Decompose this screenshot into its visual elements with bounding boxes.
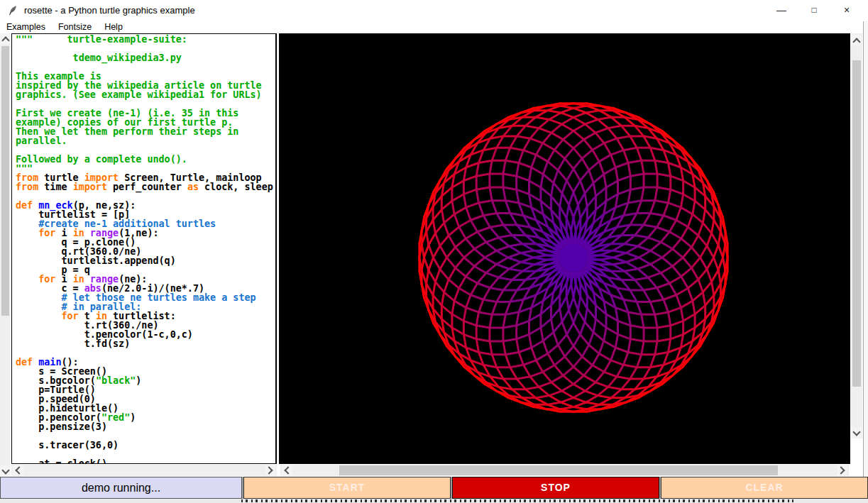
code-horizontal-scrollbar[interactable] xyxy=(11,465,277,476)
canvas-hscroll-thumb[interactable] xyxy=(339,465,778,475)
code-line: graphics. (See example wikipedia1 for UR… xyxy=(16,90,275,99)
demo-buttons: STARTSTOPCLEAR xyxy=(243,477,868,499)
canvas-vscroll-thumb[interactable] xyxy=(852,60,861,387)
clear-button[interactable]: CLEAR xyxy=(661,477,868,499)
scroll-right-icon[interactable] xyxy=(837,465,847,475)
code-line: at = clock() xyxy=(16,459,275,464)
menubar: ExamplesFontsizeHelp xyxy=(0,21,868,33)
turtle-canvas-frame xyxy=(279,33,850,464)
scroll-left-icon[interactable] xyxy=(13,465,23,475)
status-message: demo running... xyxy=(0,477,242,499)
background-window-edge xyxy=(863,21,868,477)
window-title: rosette - a Python turtle graphics examp… xyxy=(24,0,195,21)
code-vertical-scrollbar[interactable] xyxy=(0,33,11,476)
background-window-sliver xyxy=(0,499,868,503)
code-line: from time import perf_counter as clock, … xyxy=(16,182,275,192)
minimize-button[interactable]: — xyxy=(765,0,798,21)
turtle-canvas xyxy=(280,35,849,463)
stop-button[interactable]: STOP xyxy=(452,477,659,499)
menu-fontsize[interactable]: Fontsize xyxy=(52,21,98,33)
maximize-button[interactable]: □ xyxy=(798,0,830,21)
app-window: rosette - a Python turtle graphics examp… xyxy=(0,0,868,503)
menu-help[interactable]: Help xyxy=(98,21,129,33)
scroll-left-icon[interactable] xyxy=(282,465,292,475)
control-bar: demo running... STARTSTOPCLEAR xyxy=(0,477,868,499)
code-line: t.fd(sz) xyxy=(16,339,275,348)
code-line: p.pensize(3) xyxy=(16,422,275,431)
titlebar: rosette - a Python turtle graphics examp… xyxy=(0,0,868,21)
scroll-down-icon[interactable] xyxy=(851,427,862,438)
canvas-vertical-scrollbar[interactable] xyxy=(851,33,862,438)
close-button[interactable]: × xyxy=(830,0,863,21)
code-editor[interactable]: """ turtle-example-suite: tdemo_wikipedi… xyxy=(11,33,277,464)
code-line: parallel. xyxy=(16,136,275,145)
scroll-down-icon[interactable] xyxy=(0,465,11,476)
scroll-up-icon[interactable] xyxy=(851,35,862,45)
code-line: s.tracer(36,0) xyxy=(16,441,275,450)
start-button[interactable]: START xyxy=(243,477,451,499)
window-controls: — □ × xyxy=(765,0,863,21)
scroll-up-icon[interactable] xyxy=(0,33,11,44)
tk-feather-icon xyxy=(7,5,18,16)
scroll-right-icon[interactable] xyxy=(265,465,275,475)
code-line: tdemo_wikipedia3.py xyxy=(16,53,275,62)
code-vscroll-thumb[interactable] xyxy=(1,46,9,316)
menu-examples[interactable]: Examples xyxy=(0,21,52,33)
clipped-text-marks xyxy=(241,499,793,502)
code-line: Followed by a complete undo(). xyxy=(16,155,275,164)
code-line: """ turtle-example-suite: xyxy=(16,35,275,44)
canvas-horizontal-scrollbar[interactable] xyxy=(280,465,849,476)
